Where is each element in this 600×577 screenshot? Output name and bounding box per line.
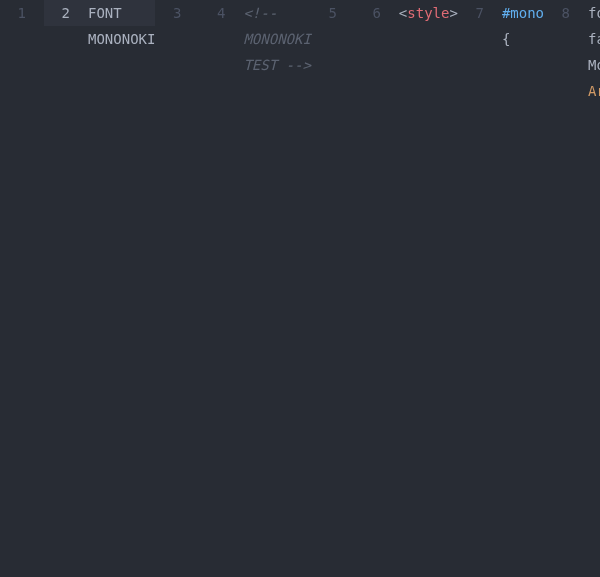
- line-content[interactable]: <!-- MONONOKI TEST -->: [237, 0, 310, 26]
- code-line[interactable]: 2FONT MONONOKI: [44, 0, 155, 26]
- code-line[interactable]: 6 <style>: [355, 0, 458, 26]
- line-number: 7: [458, 0, 496, 26]
- token: font-family: [588, 5, 600, 47]
- token: <!-- MONONOKI TEST -->: [243, 5, 310, 73]
- line-number: 4: [199, 0, 237, 26]
- code-line[interactable]: 4 <!-- MONONOKI TEST -->: [199, 0, 310, 26]
- code-line[interactable]: 5: [311, 0, 355, 26]
- line-number: 3: [155, 0, 193, 26]
- line-number: 1: [0, 0, 38, 26]
- line-number: 2: [44, 0, 82, 26]
- code-line[interactable]: 8 font-family: Mononoki, Arial;: [544, 0, 600, 26]
- line-content[interactable]: FONT MONONOKI: [82, 0, 155, 26]
- line-number: 5: [311, 0, 349, 26]
- line-content[interactable]: #mono {: [496, 0, 544, 26]
- token: {: [502, 31, 510, 47]
- token: style: [407, 5, 449, 21]
- token: FONT MONONOKI: [88, 5, 155, 47]
- token: Arial: [588, 83, 600, 99]
- code-editor[interactable]: 12FONT MONONOKI34 <!-- MONONOKI TEST -->…: [0, 0, 600, 577]
- token: #mono: [502, 5, 544, 21]
- line-content[interactable]: <style>: [393, 0, 458, 26]
- token: Mononoki: [588, 57, 600, 73]
- code-line[interactable]: 3: [155, 0, 199, 26]
- code-line[interactable]: 7 #mono {: [458, 0, 544, 26]
- token: >: [449, 5, 457, 21]
- line-number: 8: [544, 0, 582, 26]
- code-line[interactable]: 1: [0, 0, 44, 26]
- line-content[interactable]: font-family: Mononoki, Arial;: [582, 0, 600, 26]
- line-number: 6: [355, 0, 393, 26]
